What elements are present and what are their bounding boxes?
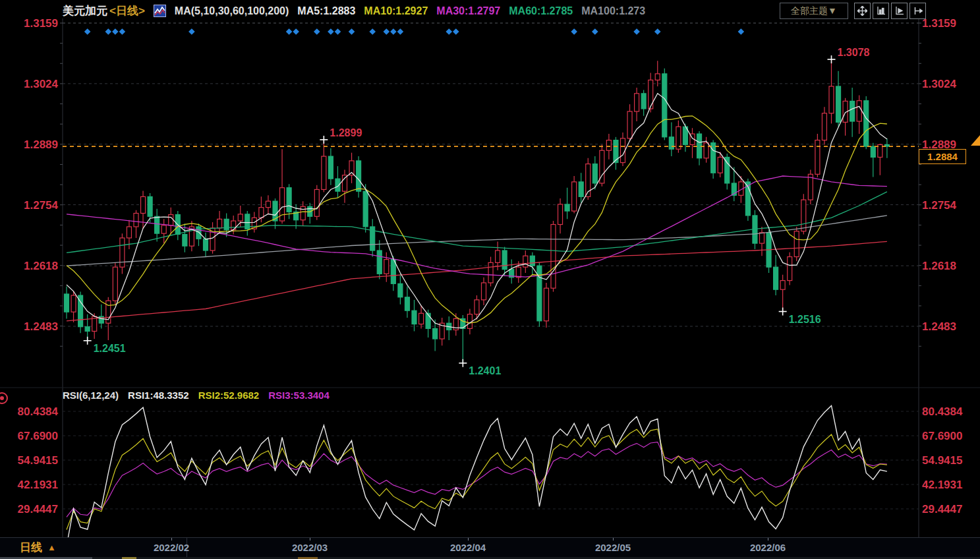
ma5-value: MA5:1.2883	[297, 5, 355, 17]
event-dot[interactable]	[119, 28, 126, 35]
kline-chart-icon	[154, 5, 166, 17]
axis-chart-icon[interactable]	[873, 3, 889, 19]
x-axis-tick	[468, 538, 469, 541]
x-axis-label: 2022/04	[450, 542, 486, 553]
candle	[760, 227, 764, 256]
candle	[447, 316, 451, 340]
event-dot[interactable]	[293, 28, 299, 35]
candle	[322, 140, 326, 192]
candle	[836, 71, 841, 127]
price-axis-label: 1.3159	[922, 17, 956, 30]
candle	[217, 211, 222, 233]
price-annotation: 1.2401	[459, 359, 501, 376]
candle	[266, 195, 270, 214]
ma60-value: MA60:1.2785	[509, 5, 573, 17]
candle	[794, 227, 799, 261]
candle	[196, 223, 201, 246]
current-price-tag: 1.2884	[919, 149, 966, 164]
candle	[788, 252, 792, 285]
candle	[426, 310, 430, 338]
candle	[641, 90, 646, 115]
candle	[850, 88, 855, 137]
event-dot[interactable]	[84, 28, 91, 35]
price-annotation: 1.3078	[828, 47, 870, 63]
rsi-axis-label: 42.1931	[18, 479, 58, 491]
candle	[815, 134, 820, 177]
event-dot[interactable]	[592, 28, 598, 35]
event-dot[interactable]	[349, 28, 355, 35]
event-dot[interactable]	[105, 28, 111, 35]
event-dot[interactable]	[188, 28, 195, 35]
event-dot[interactable]	[390, 28, 397, 35]
candle	[690, 128, 695, 158]
candle	[231, 216, 236, 235]
candle	[65, 286, 69, 318]
price-axis-label: 1.3024	[922, 78, 957, 90]
event-dot[interactable]	[654, 28, 661, 35]
candle	[85, 314, 90, 341]
event-dot[interactable]	[571, 28, 577, 35]
candle	[565, 188, 569, 220]
x-axis-tick	[310, 538, 310, 541]
candle	[169, 208, 173, 235]
candle	[822, 107, 826, 144]
candle	[245, 211, 250, 235]
axis-flag-icon[interactable]	[891, 3, 908, 19]
event-dot[interactable]	[397, 28, 404, 35]
candle	[343, 170, 347, 203]
event-dot[interactable]	[633, 28, 640, 35]
move-crosshair-icon[interactable]	[854, 3, 871, 19]
candle	[551, 221, 556, 292]
candle	[405, 286, 409, 318]
price-axis-label: 1.3024	[24, 78, 59, 90]
event-dot[interactable]	[112, 28, 119, 35]
candle	[864, 96, 869, 149]
ma-settings-label: MA(5,10,30,60,100,200)	[175, 5, 289, 17]
period-tab-label: 日线	[20, 540, 42, 555]
candle	[655, 61, 660, 86]
candle	[134, 210, 138, 238]
rsi3-value: RSI3:53.3404	[268, 390, 330, 401]
candle	[725, 154, 730, 189]
candle	[384, 252, 389, 282]
event-dot[interactable]	[446, 28, 452, 35]
candle	[349, 153, 354, 183]
chart-app-window: 1.28991.30781.24511.24011.25161.31591.31…	[0, 0, 980, 559]
candle	[530, 252, 534, 275]
rsi-axis-label: 80.4384	[18, 405, 59, 418]
symbol-title: 美元加元	[63, 3, 107, 18]
price-axis-label: 1.2483	[24, 320, 58, 333]
event-dot[interactable]	[314, 28, 320, 35]
main-chart-canvas[interactable]: 1.28991.30781.24511.24011.25161.31591.31…	[0, 0, 980, 559]
theme-dropdown[interactable]: 全部主题▼	[780, 3, 848, 19]
candle	[523, 250, 528, 273]
ma10-value: MA10:1.2927	[364, 5, 428, 17]
candle	[78, 292, 83, 334]
event-dot[interactable]	[453, 28, 459, 35]
event-dot[interactable]	[369, 28, 376, 35]
svg-text:1.2451: 1.2451	[94, 343, 126, 354]
candle	[780, 275, 785, 312]
event-dot[interactable]	[383, 28, 389, 35]
rsi-axis-label: 29.4447	[922, 503, 962, 515]
triangle-up-icon: ▲	[47, 543, 56, 552]
event-dot[interactable]	[286, 28, 293, 35]
candle	[175, 211, 180, 240]
candle	[621, 132, 625, 166]
candle	[280, 149, 285, 223]
rsi-line-24	[67, 442, 887, 517]
rsi2-value: RSI2:52.9682	[198, 390, 260, 401]
rsi-line-6	[67, 405, 887, 546]
candle	[669, 122, 674, 156]
collapse-right-icon[interactable]	[909, 3, 926, 19]
event-dot[interactable]	[328, 28, 334, 35]
price-axis-label: 1.2889	[24, 138, 58, 151]
event-dot[interactable]	[335, 28, 341, 35]
svg-text:1.3078: 1.3078	[838, 47, 870, 58]
rsi-axis-label: 80.4384	[922, 405, 963, 418]
candle	[614, 137, 618, 170]
candle	[370, 219, 375, 256]
candle	[155, 209, 159, 242]
event-dot[interactable]	[738, 28, 745, 35]
x-axis-label: 2022/06	[750, 542, 786, 553]
